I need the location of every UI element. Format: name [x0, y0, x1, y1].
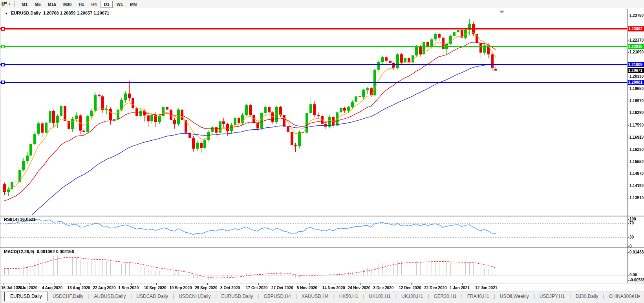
- axis-tick: [628, 219, 629, 220]
- price-axis-label: 1.17590: [629, 123, 644, 127]
- price-axis-label: 1.14190: [629, 184, 644, 188]
- symbol-tab-usdcad-daily[interactable]: USDCAD,Daily: [132, 292, 173, 301]
- tab-scroll-left-icon[interactable]: ◄: [630, 294, 635, 298]
- timeframe-button-w1[interactable]: W1: [113, 1, 126, 8]
- level-line-122016[interactable]: [0, 46, 627, 47]
- axis-tick: [628, 125, 629, 126]
- macd-axis-label: 0.014384: [629, 250, 644, 254]
- date-axis-label: 19 Sep 2020: [169, 286, 192, 290]
- symbol-tab-gbpusd-h4[interactable]: GBPUSD,H4: [259, 292, 295, 301]
- date-axis-label: 1 Sep 2020: [119, 286, 139, 290]
- axis-tick: [628, 150, 629, 150]
- axis-tick: [628, 198, 629, 198]
- line-anchor-icon[interactable]: [1, 27, 5, 31]
- date-axis-label: 24 Nov 2020: [348, 286, 371, 290]
- date-axis-tick: [4, 283, 4, 285]
- price-axis-label: 1.23750: [629, 13, 644, 18]
- macd-axis-label: -0.005396: [629, 278, 644, 282]
- timeframe-button-mn[interactable]: MN: [127, 1, 140, 8]
- price-axis-label: 1.20330: [629, 74, 644, 79]
- date-axis-tick: [182, 283, 182, 285]
- price-chart-canvas[interactable]: [0, 9, 627, 215]
- date-axis-label: 10 Sep 2020: [144, 286, 166, 290]
- date-axis-label: 29 Sep 2020: [195, 286, 217, 290]
- timeframe-button-m30[interactable]: M30: [60, 1, 75, 8]
- symbol-tab-usdcnh-daily[interactable]: USDCNH,Daily: [174, 292, 215, 301]
- tool-dropdown-caret[interactable]: ▼: [8, 3, 11, 6]
- chart-cursor-icon[interactable]: [1, 1, 7, 7]
- macd-chart-canvas[interactable]: [0, 248, 627, 283]
- symbol-tab-eurusd-daily[interactable]: EURUSD,Daily: [4, 292, 48, 301]
- date-axis-label: 8 Oct 2020: [220, 286, 240, 290]
- symbol-tab-xauusd-h4[interactable]: XAUUSD,H4: [297, 292, 333, 301]
- rsi-axis-label: 30: [629, 235, 634, 239]
- timeframe-button-m15[interactable]: M15: [45, 1, 59, 8]
- level-price-badge: 1.23002: [628, 26, 644, 31]
- line-anchor-icon[interactable]: [1, 45, 5, 48]
- current-price-line: [0, 71, 627, 71]
- level-price-badge: 1.20001: [628, 80, 644, 85]
- trading-platform-window: ▼ M1M5M15M30H1H4D1W1MN ▼ EURUSD,Daily 1.…: [0, 0, 644, 303]
- panel-separator-rsi[interactable]: [0, 215, 644, 217]
- tab-scroll-right-icon[interactable]: ►: [638, 294, 643, 298]
- symbol-tab-eurusd-daily[interactable]: EURUSD,Daily: [217, 292, 258, 301]
- timeframe-button-h1[interactable]: H1: [75, 1, 87, 8]
- date-axis-tick: [488, 283, 488, 285]
- macd-axis-label: 0.00: [629, 273, 637, 277]
- date-axis-label: 13 Aug 2020: [68, 286, 90, 290]
- date-axis-label: 25 Jul 2020: [16, 286, 37, 290]
- date-axis-label: 17 Oct 2020: [246, 286, 268, 290]
- symbol-tab-usdchf-daily[interactable]: USDCHF,Daily: [48, 292, 88, 301]
- date-axis-tick: [335, 283, 335, 285]
- symbol-tab-uk100-h1[interactable]: UK100,H1: [364, 292, 395, 301]
- timeframe-buttons: M1M5M15M30H1H4D1W1MN: [18, 0, 140, 8]
- rsi-axis-label: 0: [629, 244, 632, 248]
- line-anchor-icon[interactable]: [1, 81, 5, 84]
- support-line-120001[interactable]: [0, 82, 627, 83]
- level-price-badge: 1.21009: [628, 62, 644, 67]
- axis-tick: [628, 280, 629, 281]
- chart-ohlc-values: 1.20768 1.20859 1.20657 1.20671: [43, 11, 109, 15]
- timeframe-button-d1[interactable]: D1: [101, 1, 112, 8]
- date-axis-label: 12 Jan 2021: [475, 286, 497, 290]
- date-axis-tick: [462, 283, 463, 285]
- timeframe-button-h4[interactable]: H4: [88, 1, 100, 8]
- timeframe-button-m5[interactable]: M5: [31, 1, 44, 8]
- resistance-line-123002[interactable]: [0, 28, 627, 29]
- level-line-121009[interactable]: [0, 64, 627, 65]
- axis-tick: [628, 16, 629, 16]
- date-axis-tick: [55, 283, 55, 285]
- axis-tick: [628, 246, 629, 247]
- symbol-tab-usdjpy-h1[interactable]: USDJPY,H1: [535, 292, 569, 301]
- symbol-tab-uk100-h1[interactable]: UK100,H1: [397, 292, 428, 301]
- price-axis-label: 1.15550: [629, 160, 644, 164]
- rsi-indicator-label: RSI(14) 36.0521: [4, 217, 36, 222]
- toolbar-grip[interactable]: [14, 1, 15, 7]
- price-axis-label: 1.14870: [629, 171, 644, 176]
- axis-tick: [628, 40, 629, 41]
- axis-tick: [628, 138, 629, 138]
- axis-tick: [628, 162, 629, 162]
- timeframe-button-m1[interactable]: M1: [18, 1, 31, 8]
- symbol-tab-ger30-h1[interactable]: GER30,H1: [429, 292, 461, 301]
- panel-separator-macd[interactable]: [0, 247, 644, 249]
- collapse-caret-icon[interactable]: ▼: [5, 12, 8, 15]
- symbol-tab-fra40-h1[interactable]: FRA40,H1: [463, 292, 494, 301]
- chart-window: ▼ EURUSD,Daily 1.20768 1.20859 1.20657 1…: [0, 8, 644, 303]
- chart-shift-marker-icon[interactable]: [499, 11, 505, 13]
- axis-tick: [628, 89, 629, 89]
- price-axis-label: 1.21690: [629, 50, 644, 54]
- symbol-tab-hk50-h1[interactable]: HK50,H1: [335, 292, 363, 301]
- chart-symbol-label: EURUSD,Daily: [11, 11, 41, 15]
- axis-tick: [628, 186, 629, 186]
- symbol-tab-dj30-daily[interactable]: DJ30,Daily: [571, 292, 603, 301]
- rsi-chart-canvas[interactable]: [0, 216, 627, 247]
- date-axis-label: 5 Nov 2020: [297, 286, 317, 290]
- symbol-tab-usoil-weekly[interactable]: USOil,Weekly: [495, 292, 534, 301]
- date-axis-tick: [207, 283, 208, 285]
- axis-tick: [628, 223, 629, 224]
- axis-tick: [628, 275, 629, 275]
- chart-frame-bottom: [0, 283, 644, 283]
- symbol-tab-audusd-daily[interactable]: AUDUSD,Daily: [90, 292, 131, 301]
- line-anchor-icon[interactable]: [1, 63, 5, 66]
